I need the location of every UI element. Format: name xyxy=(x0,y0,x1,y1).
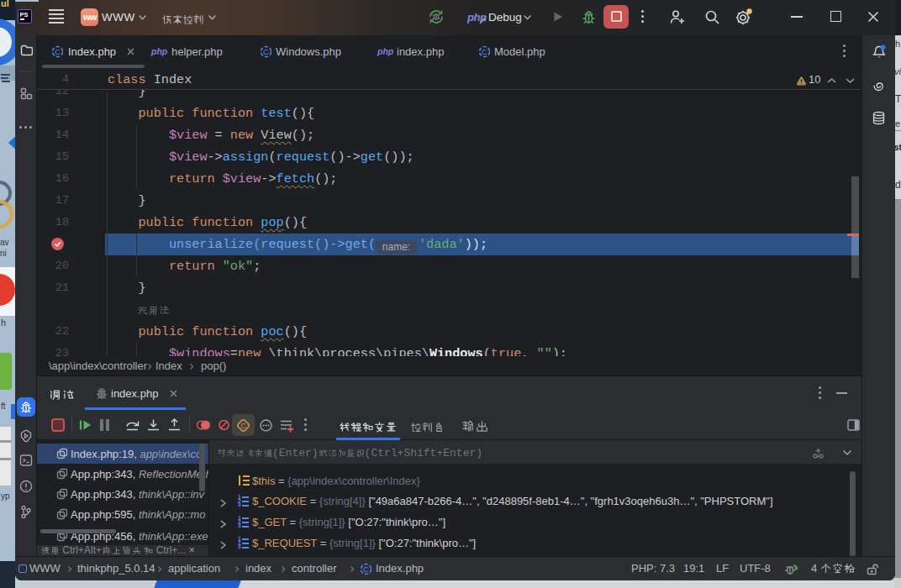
svg-text:C: C xyxy=(240,422,245,430)
svg-text:C: C xyxy=(363,564,369,574)
svg-text:C: C xyxy=(55,47,61,56)
svg-text:C: C xyxy=(482,47,487,56)
svg-text:C: C xyxy=(263,47,269,56)
